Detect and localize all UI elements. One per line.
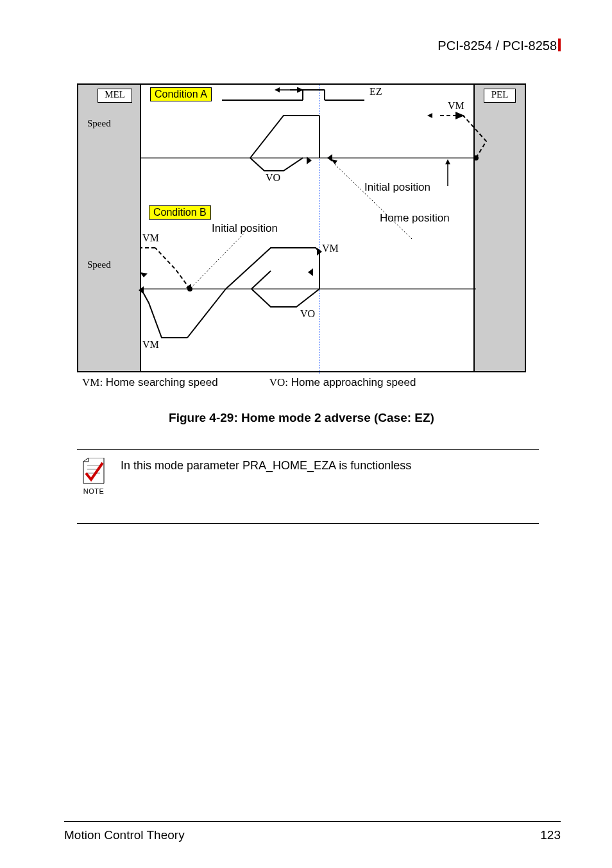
svg-marker-24: [139, 286, 144, 294]
svg-marker-23: [140, 272, 148, 277]
figure-caption: Figure 4-29: Home mode 2 adverse (Case: …: [77, 411, 526, 425]
legend-vm: VM: Home searching speed: [82, 376, 218, 389]
note-block: NOTE In this mode parameter PRA_HOME_EZA…: [77, 449, 539, 524]
svg-marker-27: [308, 268, 313, 276]
page-header: PCI-8254 / PCI-8258: [438, 39, 561, 53]
vm-marker: VM:: [82, 376, 103, 388]
legend-vo: VO: Home approaching speed: [269, 376, 416, 389]
page-footer: Motion Control Theory 123: [64, 821, 561, 842]
vm-desc: Home searching speed: [106, 376, 218, 388]
vo-desc: Home approaching speed: [291, 376, 416, 388]
header-title: PCI-8254 / PCI-8258: [438, 39, 557, 53]
home-mode-diagram: MEL PEL Condition A Condition B Speed Sp…: [77, 83, 526, 372]
header-accent-bar: [558, 39, 561, 51]
figure-block: MEL PEL Condition A Condition B Speed Sp…: [77, 83, 526, 425]
svg-marker-11: [427, 113, 432, 118]
diagram-svg: [78, 85, 527, 374]
footer-section: Motion Control Theory: [64, 828, 185, 842]
svg-marker-14: [327, 154, 332, 162]
note-checkmark-icon: [80, 458, 108, 486]
svg-marker-17: [445, 159, 450, 164]
diagram-legend: VM: Home searching speed VO: Home approa…: [77, 376, 526, 389]
svg-line-18: [335, 164, 412, 239]
footer-page-number: 123: [540, 828, 561, 842]
note-text: In this mode parameter PRA_HOME_EZA is f…: [121, 458, 411, 495]
svg-point-12: [473, 155, 479, 161]
note-label: NOTE: [77, 487, 110, 495]
svg-marker-8: [275, 87, 280, 92]
svg-marker-19: [331, 159, 337, 164]
note-icon-wrap: NOTE: [77, 458, 110, 495]
vo-marker: VO:: [269, 376, 288, 388]
